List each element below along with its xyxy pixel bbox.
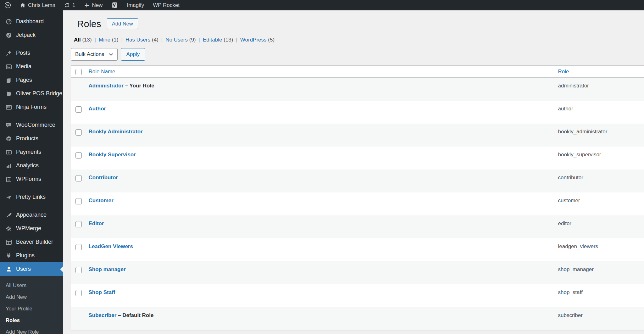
new-label: New	[92, 2, 103, 8]
menu-separator	[0, 186, 63, 190]
row-checkbox[interactable]	[75, 198, 82, 204]
sidebar-item-pretty-links[interactable]: Pretty Links	[0, 190, 63, 204]
filter-divider: |	[199, 37, 200, 43]
row-checkbox[interactable]	[75, 221, 82, 227]
wp-logo-menu[interactable]: W	[0, 0, 15, 10]
plus-icon	[84, 3, 90, 8]
role-slug: shop_staff	[558, 289, 583, 295]
sidebar-item-oliver-pos-bridge[interactable]: Oliver POS Bridge	[0, 87, 63, 100]
sidebar-item-label: Pages	[16, 77, 32, 83]
sidebar-item-appearance[interactable]: Appearance	[0, 208, 63, 222]
submenu-item-your-profile[interactable]: Your Profile	[0, 303, 63, 315]
filter-divider: |	[121, 37, 122, 43]
sidebar-item-products[interactable]: Products	[0, 132, 63, 145]
users-submenu: All UsersAdd NewYour ProfileRolesAdd New…	[0, 276, 63, 334]
bulk-actions-select[interactable]: Bulk Actions	[71, 48, 118, 61]
filter-wordpress[interactable]: WordPress	[240, 37, 268, 43]
row-checkbox[interactable]	[75, 129, 82, 136]
yoast-icon	[111, 2, 118, 8]
sidebar-item-jetpack[interactable]: Jetpack	[0, 28, 63, 42]
sidebar-item-label: Users	[16, 266, 31, 272]
site-name-menu[interactable]: Chris Lema	[15, 0, 60, 10]
pretty-links-icon	[6, 194, 12, 200]
role-name-link[interactable]: Subscriber	[89, 312, 117, 318]
new-content-menu[interactable]: New	[80, 0, 107, 10]
filter-has-users[interactable]: Has Users	[125, 37, 152, 43]
role-name-link[interactable]: Administrator	[89, 83, 124, 89]
sidebar-item-wpforms[interactable]: WPForms	[0, 172, 63, 186]
apply-button[interactable]: Apply	[121, 48, 146, 61]
users-icon	[6, 266, 12, 272]
sidebar-item-beaver-builder[interactable]: Beaver Builder	[0, 235, 63, 249]
role-slug: contributor	[558, 175, 583, 181]
sidebar-item-ninja-forms[interactable]: Ninja Forms	[0, 100, 63, 114]
role-name-link[interactable]: Bookly Supervisor	[89, 152, 136, 158]
row-checkbox[interactable]	[75, 152, 82, 159]
row-checkbox[interactable]	[75, 244, 82, 250]
add-new-button[interactable]: Add New	[107, 18, 138, 29]
sidebar-item-users[interactable]: Users	[0, 262, 63, 276]
bulk-actions-bar: Bulk Actions Apply	[71, 48, 644, 61]
sidebar-item-posts[interactable]: Posts	[0, 46, 63, 60]
menu-separator	[0, 42, 63, 46]
role-slug: author	[558, 106, 573, 112]
role-name-link[interactable]: Editor	[89, 220, 104, 226]
updates-menu[interactable]: 1	[60, 0, 80, 10]
sidebar-item-analytics[interactable]: Analytics	[0, 159, 63, 172]
plugins-icon	[6, 253, 12, 259]
appearance-icon	[6, 212, 12, 218]
filter-mine[interactable]: Mine	[99, 37, 112, 43]
table-row: Bookly Administrator bookly_administrato…	[71, 124, 644, 147]
role-name-link[interactable]: Contributor	[89, 175, 118, 181]
role-name-link[interactable]: Author	[89, 106, 106, 112]
home-icon	[20, 2, 26, 8]
column-header-role[interactable]: Role	[558, 69, 569, 75]
sidebar-item-label: Jetpack	[16, 32, 36, 38]
yoast-seo-menu[interactable]	[107, 0, 122, 10]
filter-count: (13)	[82, 37, 92, 43]
row-checkbox[interactable]	[75, 290, 82, 296]
sidebar-item-label: Appearance	[16, 212, 47, 218]
submenu-item-add-new-role[interactable]: Add New Role	[0, 326, 63, 334]
filter-count: (13)	[224, 37, 233, 43]
sidebar-item-label: Ninja Forms	[16, 104, 47, 110]
wpforms-icon	[6, 176, 12, 182]
sidebar-item-wpmerge[interactable]: WPMerge	[0, 222, 63, 235]
updates-count: 1	[72, 2, 75, 8]
row-checkbox[interactable]	[75, 267, 82, 273]
column-header-role-name[interactable]: Role Name	[89, 69, 115, 75]
select-all-checkbox[interactable]	[75, 69, 82, 75]
imagify-menu[interactable]: Imagify	[122, 2, 148, 8]
role-name-link[interactable]: Bookly Administrator	[89, 129, 143, 135]
wp-rocket-menu[interactable]: WP Rocket	[148, 2, 184, 8]
analytics-icon	[6, 163, 12, 169]
submenu-item-all-users[interactable]: All Users	[0, 280, 63, 291]
sidebar-item-payments[interactable]: $Payments	[0, 145, 63, 159]
row-checkbox[interactable]	[75, 175, 82, 181]
role-name-link[interactable]: LeadGen Viewers	[89, 243, 133, 249]
row-checkbox[interactable]	[75, 106, 82, 113]
sidebar-item-plugins[interactable]: Plugins	[0, 249, 63, 262]
oliver-pos-icon	[6, 91, 12, 97]
filter-all[interactable]: All	[74, 37, 82, 43]
sidebar-item-label: Posts	[16, 50, 30, 56]
filter-no-users[interactable]: No Users	[165, 37, 189, 43]
sidebar-item-media[interactable]: Media	[0, 60, 63, 73]
role-suffix-label: – Default Role	[116, 312, 153, 318]
ninja-forms-icon	[6, 104, 12, 110]
filter-editable[interactable]: Editable	[203, 37, 224, 43]
role-name-link[interactable]: Customer	[89, 198, 114, 203]
table-row: LeadGen Viewers leadgen_viewers	[71, 238, 644, 261]
sidebar-item-dashboard[interactable]: Dashboard	[0, 15, 63, 28]
sidebar-item-woocommerce[interactable]: WooWooCommerce	[0, 118, 63, 132]
filter-divider: |	[95, 37, 96, 43]
submenu-item-roles[interactable]: Roles	[0, 315, 63, 326]
role-slug: editor	[558, 220, 572, 226]
sidebar-item-pages[interactable]: Pages	[0, 73, 63, 87]
role-name-link[interactable]: Shop manager	[89, 266, 126, 272]
chevron-down-icon	[109, 51, 113, 58]
update-icon	[64, 2, 70, 8]
submenu-item-add-new[interactable]: Add New	[0, 291, 63, 303]
wordpress-logo-icon: W	[4, 2, 11, 8]
role-name-link[interactable]: Shop Staff	[89, 289, 115, 295]
